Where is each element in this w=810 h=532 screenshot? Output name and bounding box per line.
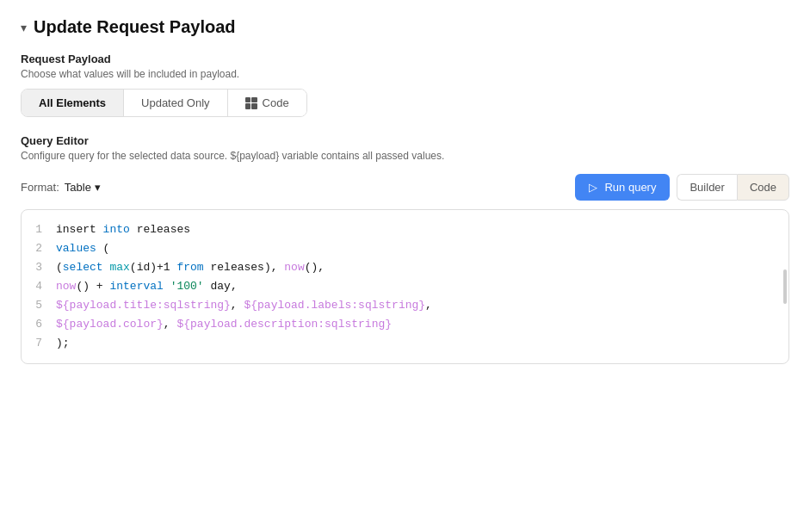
builder-code-toggle: Builder Code [677, 174, 789, 201]
builder-button[interactable]: Builder [677, 174, 736, 201]
line-number: 7 [22, 334, 56, 353]
query-editor-label: Query Editor [21, 134, 789, 147]
query-editor-block: Query Editor Configure query for the sel… [21, 134, 789, 162]
line-number: 2 [22, 239, 56, 258]
tab-updated-only[interactable]: Updated Only [124, 90, 228, 116]
run-query-button[interactable]: Run query [575, 174, 670, 201]
play-icon [589, 181, 599, 194]
code-lines-container: 1insert into releases2values (3 (select … [22, 210, 788, 363]
line-number: 5 [22, 296, 56, 315]
line-number: 6 [22, 315, 56, 334]
code-button[interactable]: Code [737, 174, 789, 201]
format-actions: Run query Builder Code [575, 174, 789, 201]
line-content: ${payload.title:sqlstring}, ${payload.la… [56, 296, 788, 315]
code-line: 1insert into releases [22, 220, 788, 239]
code-line: 4 now() + interval '100' day, [22, 277, 788, 296]
section-header: ▾ Update Request Payload [21, 17, 789, 37]
format-select[interactable]: Table ▾ [65, 181, 101, 194]
code-line: 3 (select max(id)+1 from releases), now(… [22, 258, 788, 277]
format-left: Format: Table ▾ [21, 181, 101, 194]
code-line: 6 ${payload.color}, ${payload.descriptio… [22, 315, 788, 334]
tab-all-elements[interactable]: All Elements [22, 90, 124, 116]
format-label: Format: [21, 181, 59, 194]
request-payload-desc: Choose what values will be included in p… [21, 68, 789, 80]
request-payload-block: Request Payload Choose what values will … [21, 53, 789, 117]
line-content: (select max(id)+1 from releases), now(), [56, 258, 788, 277]
code-line: 2values ( [22, 239, 788, 258]
request-payload-label: Request Payload [21, 53, 789, 65]
code-line: 5 ${payload.title:sqlstring}, ${payload.… [22, 296, 788, 315]
section-title: Update Request Payload [34, 17, 236, 37]
line-content: now() + interval '100' day, [56, 277, 788, 296]
scrollbar-indicator[interactable] [783, 269, 787, 304]
tab-code[interactable]: Code [228, 90, 306, 116]
chevron-icon[interactable]: ▾ [21, 21, 27, 34]
line-content: values ( [56, 239, 788, 258]
grid-icon [245, 97, 257, 109]
line-content: insert into releases [56, 220, 788, 239]
line-content: ); [56, 334, 788, 353]
chevron-down-icon: ▾ [95, 181, 101, 194]
query-editor-desc: Configure query for the selected data so… [21, 150, 789, 162]
line-number: 3 [22, 258, 56, 277]
payload-tab-group: All Elements Updated Only Code [21, 89, 307, 117]
line-number: 4 [22, 277, 56, 296]
code-editor[interactable]: 1insert into releases2values (3 (select … [21, 209, 789, 364]
format-row: Format: Table ▾ Run query Builder Code [21, 174, 789, 201]
line-content: ${payload.color}, ${payload.description:… [56, 315, 788, 334]
code-line: 7); [22, 334, 788, 353]
line-number: 1 [22, 220, 56, 239]
